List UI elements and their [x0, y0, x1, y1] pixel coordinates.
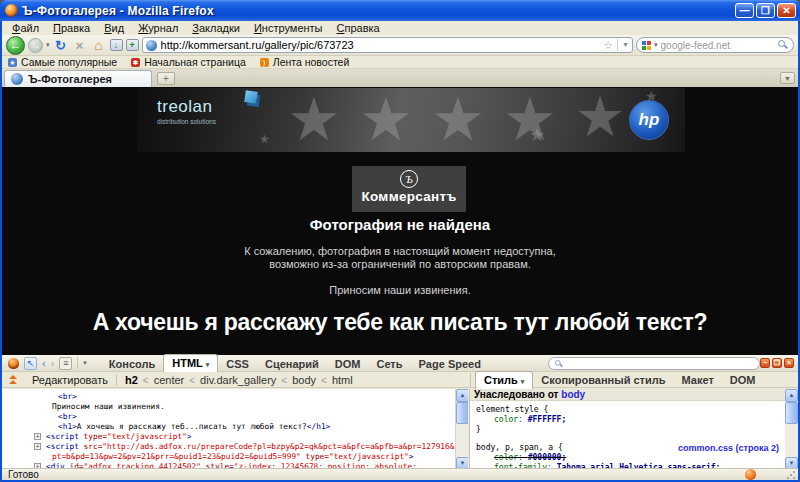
menu-Вид[interactable]: Вид	[97, 21, 131, 35]
ad-banner[interactable]: ★ ★ ★ ★ ★ ★ ★ ★ treolan distribution sol…	[137, 88, 685, 152]
firebug-tab-DOM[interactable]: DOM	[327, 356, 369, 372]
firebug-tab-Сценарий[interactable]: Сценарий	[257, 356, 327, 372]
css-property-line[interactable]: color: #000000;	[476, 453, 781, 463]
hp-logo[interactable]: hp	[629, 100, 669, 140]
treolan-logo[interactable]: treolan distribution solutions	[157, 97, 216, 125]
home-button[interactable]: ⌂	[91, 37, 107, 53]
firebug-detach-button[interactable]: ❐	[772, 358, 782, 368]
firebug-options-dropdown-icon[interactable]: ▾	[83, 359, 87, 367]
code-line[interactable]: <h1>А хочешь я расскажу теб...писать тут…	[2, 422, 455, 432]
star-icon: ★	[259, 132, 270, 146]
code-segment: type=	[79, 432, 107, 441]
firebug-html-toolbar: Редактировать h2<center<div.dark_gallery…	[2, 373, 798, 388]
new-tab-button[interactable]: +	[157, 72, 175, 85]
firebug-menu-icon[interactable]	[8, 358, 19, 369]
back-button[interactable]: ←	[6, 36, 25, 55]
firebug-minimize-button[interactable]: −	[760, 358, 770, 368]
breadcrumb-h2[interactable]: h2	[125, 374, 138, 386]
inspect-element-icon[interactable]: ↖	[24, 357, 37, 370]
minimize-button[interactable]: —	[735, 3, 754, 18]
news-feed-bookmark-icon: )	[260, 58, 269, 67]
html-source-panel[interactable]: <br>Приносим наши извинения.<br><h1>А хо…	[2, 389, 455, 470]
bookmark-item[interactable]: ★Самые популярные	[8, 56, 117, 68]
menu-Инструменты[interactable]: Инструменты	[247, 21, 330, 35]
breadcrumb-div.dark_gallery[interactable]: div.dark_gallery	[200, 374, 276, 386]
code-line[interactable]: pt=b&pd=13&pw=2&pv=21&prr=&puid1=23&puid…	[2, 452, 455, 462]
address-bar[interactable]: http://kommersant.ru/gallery/pic/673723 …	[142, 37, 633, 53]
firebug-close-button[interactable]: ×	[784, 358, 794, 368]
code-line[interactable]: <br>	[2, 392, 455, 402]
star-icon: ★	[431, 88, 485, 152]
style-tab-Стиль[interactable]: Стиль▾	[475, 371, 533, 389]
breadcrumb-body[interactable]: body	[292, 374, 316, 386]
code-line[interactable]: +<script src="http://ads.adfox.ru/prepar…	[2, 442, 455, 452]
menu-Файл[interactable]: Файл	[5, 21, 46, 35]
url-dropdown-icon[interactable]: ▼	[617, 39, 629, 51]
breadcrumb-center[interactable]: center	[154, 374, 185, 386]
expand-node-icon[interactable]: +	[34, 443, 41, 450]
search-box[interactable]: ▾ google-feed.net	[636, 37, 794, 53]
menu-Журнал[interactable]: Журнал	[131, 21, 185, 35]
bookmark-item[interactable]: ✱Начальная страница	[131, 56, 246, 68]
list-all-tabs-icon[interactable]: ▼	[780, 72, 795, 84]
menu-Справка[interactable]: Справка	[330, 21, 387, 35]
menu-Закладки[interactable]: Закладки	[185, 21, 247, 35]
html-panel-scrollbar[interactable]: ▲ ▼	[455, 389, 468, 470]
breadcrumb-separator: <	[321, 375, 327, 386]
code-line[interactable]: Приносим наши извинения.	[2, 402, 455, 412]
history-dropdown-icon[interactable]: ▾	[46, 41, 50, 49]
firebug-tab-Консоль[interactable]: Консоль	[101, 356, 163, 372]
download-extension-icon[interactable]: ↓	[110, 39, 123, 51]
inherited-label: Унаследовано от	[474, 389, 559, 400]
close-button[interactable]: ✕	[777, 3, 796, 18]
style-tab-Скопированный стиль[interactable]: Скопированный стиль	[533, 372, 673, 388]
url-text[interactable]: http://kommersant.ru/gallery/pic/673723	[161, 39, 600, 51]
bookmark-item[interactable]: )Лента новостей	[260, 56, 350, 68]
search-engine-dropdown-icon[interactable]: ▾	[654, 41, 658, 49]
code-line[interactable]: +<script type="text/javascript">	[2, 432, 455, 442]
menu-bar: ФайлПравкаВидЖурналЗакладкиИнструментыСп…	[2, 21, 798, 35]
bookmark-star-icon[interactable]: ☆	[603, 39, 613, 52]
dropdown-caret-icon: ▾	[206, 361, 210, 368]
firebug-tab-Page Speed[interactable]: Page Speed	[411, 356, 489, 372]
expand-node-icon[interactable]: +	[34, 433, 41, 440]
firebug-tab-HTML[interactable]: HTML▾	[163, 354, 218, 372]
firebug-list-icon[interactable]: ≡	[59, 357, 72, 370]
firebug-tab-Сеть[interactable]: Сеть	[368, 356, 410, 372]
firebug-forward-icon[interactable]: ›	[51, 357, 55, 369]
menu-Правка[interactable]: Правка	[46, 21, 97, 35]
scrollbar-thumb[interactable]	[785, 402, 798, 424]
css-source-link[interactable]: common.css (строка 2)	[678, 443, 779, 453]
search-magnifier-icon[interactable]	[778, 40, 788, 50]
edit-button[interactable]: Редактировать	[24, 374, 116, 386]
firebug-status-icon[interactable]	[745, 469, 756, 480]
forward-button[interactable]: →	[28, 38, 43, 53]
firebug-search-input[interactable]	[548, 357, 760, 370]
breadcrumb-html[interactable]: html	[332, 374, 353, 386]
maximize-button[interactable]: ❒	[756, 3, 775, 18]
inherited-body-link[interactable]: body	[561, 389, 585, 400]
firebug-tab-CSS[interactable]: CSS	[218, 356, 257, 372]
stop-button[interactable]: ×	[72, 38, 88, 53]
google-search-engine-icon[interactable]	[642, 41, 651, 50]
scroll-to-top-icon[interactable]	[8, 375, 18, 385]
resize-grip[interactable]	[786, 470, 796, 480]
reload-button[interactable]: ↻	[53, 38, 69, 53]
title-bar[interactable]: Ъ-Фотогалерея - Mozilla Firefox — ❒ ✕	[0, 0, 800, 21]
add-folder-extension-icon[interactable]: +	[126, 39, 139, 51]
code-segment: <script	[46, 442, 79, 451]
style-tab-Макет[interactable]: Макет	[673, 372, 721, 388]
style-panel-scrollbar[interactable]: ▲ ▼	[785, 389, 798, 470]
site-favicon	[146, 40, 157, 51]
style-tab-DOM[interactable]: DOM	[722, 372, 764, 388]
tab-photogallery[interactable]: Ъ-Фотогалерея	[4, 70, 152, 87]
apology-text: Приносим наши извинения.	[2, 284, 798, 296]
treolan-tagline: distribution solutions	[157, 118, 216, 125]
css-property-line[interactable]: color: #FFFFFF;	[476, 415, 781, 425]
bookmark-label: Начальная страница	[144, 56, 246, 68]
search-input[interactable]: google-feed.net	[661, 40, 775, 51]
tab-bar: Ъ-Фотогалерея + ▼	[2, 69, 798, 87]
firebug-back-icon[interactable]: ‹	[42, 357, 46, 369]
scroll-up-icon[interactable]: ▲	[785, 389, 798, 402]
code-line[interactable]: <br>	[2, 412, 455, 422]
